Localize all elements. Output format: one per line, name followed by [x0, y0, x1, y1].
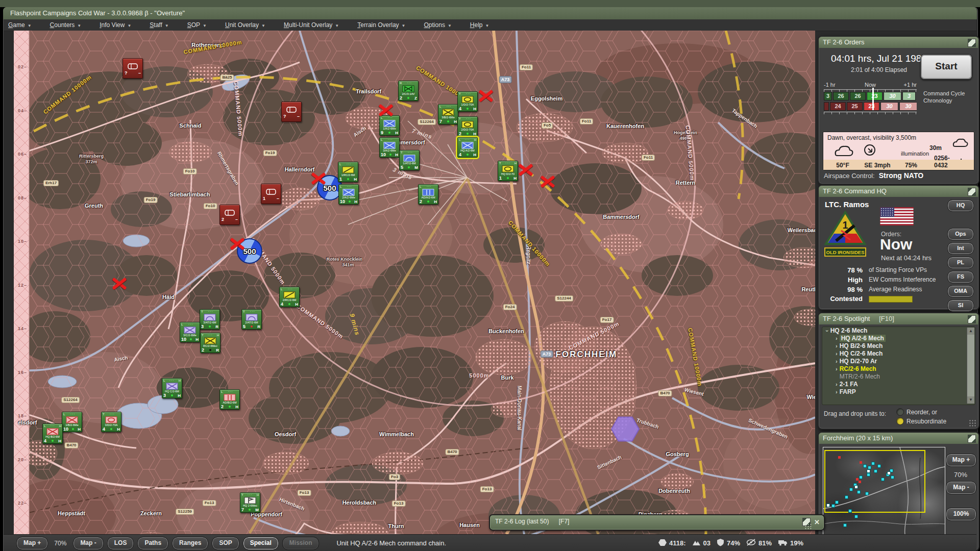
hex-row-label: 22– [14, 500, 27, 506]
reorder-radio[interactable] [896, 408, 904, 416]
unit-counter-3-at-2-6m[interactable]: T···3/AT/2-6M3R [200, 309, 220, 330]
toolbar-button-paths[interactable]: Paths [138, 537, 168, 549]
resize-grip[interactable] [969, 420, 976, 427]
scroll-up-icon[interactable]: ▲ [967, 328, 974, 335]
map-zoom-in-button[interactable]: Map + [946, 454, 976, 466]
log-resize-grip[interactable] [804, 523, 812, 530]
orders-panel-header[interactable]: TF 2-6 Orders [819, 37, 978, 48]
town-label: 372m [85, 159, 97, 164]
tree-item-mtr-2-6-mech[interactable]: ›MTR/2-6 Mech [822, 373, 975, 381]
hq-button-pl[interactable]: PL [948, 257, 973, 268]
start-button[interactable]: Start [920, 54, 972, 80]
mountain-icon [692, 539, 703, 547]
collapse-icon[interactable] [968, 315, 976, 323]
hq-button-int[interactable]: Int [948, 243, 973, 254]
unit-counter-2-rc-2-6m[interactable]: L···2/RC/2-6M4H [279, 287, 300, 307]
log-panel[interactable]: TF 2-6 Log (last 50) [F7] ✕ [489, 514, 825, 531]
toolbar-button-los[interactable]: LOS [108, 537, 134, 549]
tree-item-2-1-fa[interactable]: ›2-1 FA [822, 381, 975, 388]
unit-counter-2-c-3-1av[interactable]: R···2/C/3-1AV2Z [398, 81, 419, 101]
unit-counter-hq-d-2-70[interactable]: T···HHQ D/2-701H [498, 161, 518, 181]
unit-counter-hq-2-6mec[interactable]: T···HHQ 2-6Mec7M [240, 492, 260, 513]
unit-counter-ad-a-2-6m[interactable]: L···AD/A/2-6M2H [418, 184, 438, 205]
tree-item-hq-d-2-70-ar[interactable]: ›HQ D/2-70 Ar [822, 358, 975, 365]
map-zoom-full-button[interactable]: 100% [946, 508, 976, 520]
hq-button-si[interactable]: SI [948, 300, 973, 311]
enemy-counter[interactable]: ?– [281, 102, 302, 122]
commander-name: LTC. Ramos [825, 200, 869, 209]
tree-item-farp[interactable]: ›FARP [822, 388, 975, 396]
unit-counter-hq-c-2-6m[interactable]: L···HHQ C/2-6M3H [162, 378, 182, 398]
unit-counter-1-rc-2-6m[interactable]: L···1/RC/2-6M1H [338, 162, 358, 182]
airspace-row: Airspace Control:Strong NATO [824, 171, 923, 180]
scroll-down-icon[interactable]: ▼ [967, 396, 974, 404]
toolbar-button-sop[interactable]: SOP [212, 537, 238, 549]
minimap-viewport[interactable] [824, 450, 925, 513]
unit-counter-1-at-2-6m[interactable]: T···1/AT/2-6M5M [399, 150, 420, 170]
title-bar[interactable]: Flashpoint Campaigns Cold War - 3.0.0.98… [3, 7, 977, 19]
resubordinate-radio[interactable] [896, 417, 904, 425]
unit-counter-3-c-2-6me[interactable]: L···3/C/2-6Me10H [180, 322, 200, 342]
spotlight-panel-header[interactable]: TF 2-6 Spotlight [F10] [819, 313, 978, 324]
toolbar-button-special[interactable]: Special [243, 537, 278, 549]
tree-item-hq-a-2-6-mech[interactable]: ›HQ A/2-6 Mech [822, 335, 975, 342]
unit-counter-hq-a-2-6m[interactable]: L···HHQ A/2-6M4H [457, 137, 478, 158]
unit-counter-1-a-2-6me[interactable]: L···1/A/2-6Me9H [379, 115, 400, 136]
toolbar-button-ranges[interactable]: Ranges [173, 537, 208, 549]
minimap-panel-header[interactable]: Forchheim (20 x 15 km) [819, 433, 978, 444]
menu-help[interactable]: Help▼ [465, 21, 494, 29]
game-datetime: 04:01 hrs, Jul 21 1989 [828, 53, 930, 64]
hq-button-fs[interactable]: FS [948, 271, 973, 283]
unit-counter-2-at-2-6m[interactable]: T···2/AT/2-6M5R [241, 309, 262, 330]
hq-button-ops[interactable]: Ops [948, 229, 973, 240]
unit-counter-ad-b-2-6m[interactable]: L···AD/B/2-6M2H [219, 389, 240, 410]
menu-counters[interactable]: Counters▼ [45, 21, 86, 29]
map-canvas[interactable]: 02–04–06–08–10–12–14–16–18–20–22–Rothens… [14, 31, 815, 534]
menu-info-view[interactable]: Info View▼ [95, 21, 136, 29]
town-label: Bammersdorf [603, 214, 640, 220]
unit-counter-3-b-2-6me[interactable]: L···3/B/2-6Me7H [438, 104, 458, 124]
town-label: Hausen [459, 522, 480, 528]
tree-item-hq-2-6-mech[interactable]: ›HQ 2-6 Mech [822, 327, 975, 335]
hq-button-oma[interactable]: OMA [948, 286, 973, 297]
menu-sop[interactable]: SOP▼ [183, 21, 211, 29]
tree-scrollbar[interactable]: ▲ ▼ [967, 328, 974, 404]
unit-counter-1-b-2-6me[interactable]: L···1/B/2-6Me10H [62, 412, 82, 432]
menu-terrain-overlay[interactable]: Terrain Overlay▼ [353, 21, 410, 29]
unit-counter-2-a-2-6me[interactable]: L···2/A/2-6Me10H [338, 184, 359, 205]
app-window: Flashpoint Campaigns Cold War - 3.0.0.98… [0, 0, 980, 551]
unit-counter-rc-2-6mec[interactable]: T···HRC/2-6Mec2R [200, 333, 220, 353]
unit-counter-3-d-2-70a[interactable]: T···3/D/2-70A4H [101, 412, 121, 432]
toolbar-button-map-[interactable]: Map - [74, 537, 103, 549]
toolbar-button-map-[interactable]: Map + [17, 537, 47, 549]
destroyed-marker [540, 174, 555, 189]
unit-counter-1-d-2-70a[interactable]: T···1/D/2-70A4H [457, 91, 478, 112]
menu-unit-overlay[interactable]: Unit Overlay▼ [220, 21, 270, 29]
unit-symbol [246, 314, 258, 321]
unit-counter-3-a-2-6me[interactable]: L···3/A/2-6Me10H [379, 137, 400, 158]
tree-item-rc-2-6-mech[interactable]: ›RC/2-6 Mech [822, 365, 975, 373]
map-zoom-out-button[interactable]: Map - [946, 482, 976, 494]
us-flag [880, 207, 914, 226]
menu-options[interactable]: Options▼ [420, 21, 456, 29]
menu-game[interactable]: Game▼ [4, 21, 36, 29]
close-icon[interactable]: ✕ [814, 516, 820, 529]
collapse-icon[interactable] [968, 39, 976, 47]
enemy-counter[interactable]: 1– [261, 184, 281, 204]
hq-panel-header[interactable]: TF 2-6 Command HQ [819, 186, 978, 197]
window-top-strip [0, 0, 980, 7]
tree-item-hq-c-2-6-mech[interactable]: ›HQ C/2-6 Mech [822, 350, 975, 358]
minimap-image[interactable] [823, 447, 945, 535]
collapse-icon[interactable] [968, 188, 976, 196]
menu-multi-unit-overlay[interactable]: Multi-Unit Overlay▼ [279, 21, 344, 29]
chevron-icon: › [836, 350, 838, 358]
unit-symbol [46, 428, 59, 435]
collapse-icon[interactable] [968, 435, 976, 443]
unit-counter-2-d-2-70a[interactable]: T···2/D/2-70A2H [457, 116, 478, 137]
enemy-counter[interactable]: 2– [219, 205, 240, 225]
unit-counter-hq-b-2-6m[interactable]: L···HHQ B/2-6M4H [42, 423, 63, 444]
tree-item-hq-b-2-6-mech[interactable]: ›HQ B/2-6 Mech [822, 342, 975, 350]
enemy-counter[interactable]: ?– [122, 58, 143, 79]
menu-staff[interactable]: Staff▼ [145, 21, 173, 29]
hq-button-hq[interactable]: HQ [948, 200, 973, 211]
